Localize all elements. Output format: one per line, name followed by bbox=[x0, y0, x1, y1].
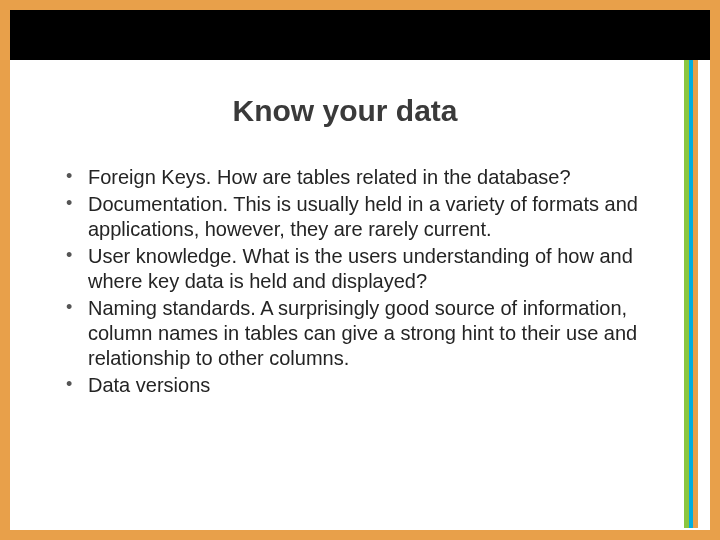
slide-title: Know your data bbox=[0, 94, 690, 128]
list-item: Documentation. This is usually held in a… bbox=[60, 192, 650, 242]
accent-stripes bbox=[684, 60, 698, 528]
bullet-list: Foreign Keys. How are tables related in … bbox=[60, 165, 650, 398]
header-bar bbox=[10, 10, 710, 60]
list-item: User knowledge. What is the users unders… bbox=[60, 244, 650, 294]
list-item: Foreign Keys. How are tables related in … bbox=[60, 165, 650, 190]
list-item: Data versions bbox=[60, 373, 650, 398]
slide-content: Foreign Keys. How are tables related in … bbox=[60, 165, 650, 400]
list-item: Naming standards. A surprisingly good so… bbox=[60, 296, 650, 371]
stripe-orange bbox=[693, 60, 698, 528]
